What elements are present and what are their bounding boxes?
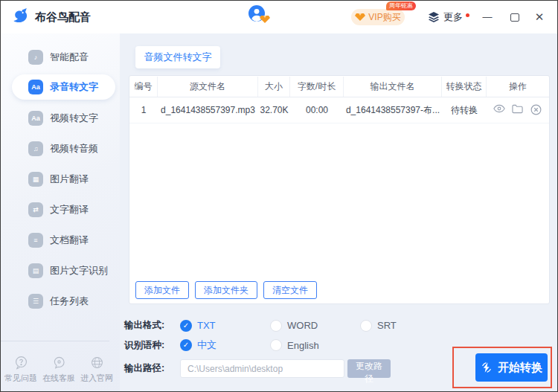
image-ocr-icon: ▤ xyxy=(28,263,43,278)
file-buttons-group: 添加文件 添加文件夹 清空文件 xyxy=(135,281,317,299)
language-label: 识别语种: xyxy=(124,339,171,352)
remove-file-icon[interactable] xyxy=(530,104,542,116)
radio-lang-chinese-label: 中文 xyxy=(197,338,217,352)
radio-lang-english-label: English xyxy=(287,340,319,351)
maximize-button[interactable] xyxy=(506,1,524,33)
globe-icon xyxy=(90,356,104,370)
task-list-icon: ☰ xyxy=(28,294,43,309)
sidebar-item-label: 图片翻译 xyxy=(50,173,89,186)
radio-format-txt[interactable]: TXT xyxy=(180,320,270,332)
minimize-button[interactable]: — xyxy=(478,1,496,33)
cell-status: 待转换 xyxy=(442,104,487,117)
output-path-input[interactable] xyxy=(180,359,344,378)
radio-lang-chinese[interactable]: 中文 xyxy=(180,338,270,352)
sidebar-item-label: 录音转文字 xyxy=(50,80,98,94)
image-translate-icon: ▦ xyxy=(28,172,43,187)
app-title: 布谷鸟配音 xyxy=(35,1,91,33)
sidebar-item-task-list[interactable]: ☰ 任务列表 xyxy=(1,286,120,316)
sidebar-item-smart-dubbing[interactable]: ♪ 智能配音 xyxy=(1,42,120,72)
question-icon xyxy=(14,356,28,370)
radio-lang-english[interactable]: English xyxy=(270,339,360,351)
radio-unchecked-icon xyxy=(270,339,282,351)
radio-checked-icon xyxy=(180,339,192,351)
maximize-icon xyxy=(510,13,519,22)
vip-purchase-button[interactable]: VIP购买 xyxy=(351,9,405,25)
add-file-button[interactable]: 添加文件 xyxy=(135,281,189,299)
sidebar-item-doc-translate[interactable]: ≡ 文档翻译 xyxy=(1,225,120,255)
sidebar-item-image-translate[interactable]: ▦ 图片翻译 xyxy=(1,164,120,194)
convert-bolt-icon xyxy=(481,362,493,373)
header-actions: 操作 xyxy=(487,77,549,97)
sidebar-item-label: 视频转文字 xyxy=(50,112,98,125)
preview-eye-icon[interactable] xyxy=(493,104,505,116)
sidebar-divider xyxy=(1,341,109,341)
layers-icon xyxy=(428,11,440,23)
close-button[interactable]: ✕ xyxy=(530,1,548,33)
app-logo-bird-icon xyxy=(11,7,31,27)
radio-unchecked-icon xyxy=(270,320,282,332)
output-format-label: 输出格式: xyxy=(124,319,171,332)
doc-translate-icon: ≡ xyxy=(28,233,43,248)
start-convert-button[interactable]: 开始转换 xyxy=(475,353,548,382)
sidebar-item-video-to-audio[interactable]: ♫ 视频转音频 xyxy=(1,133,120,164)
table-row: 1 d_1641438557397.mp3 32.70K 00:00 d_164… xyxy=(129,97,549,123)
sidebar-item-image-ocr[interactable]: ▤ 图片文字识别 xyxy=(1,255,120,286)
app-window: 布谷鸟配音 VIP购买 周年钜惠 更多 — xyxy=(0,0,558,392)
radio-unchecked-icon xyxy=(360,320,372,332)
header-size: 大小 xyxy=(258,77,290,97)
table-header-row: 编号 源文件名 大小 字数/时长 输出文件名 转换状态 操作 xyxy=(129,76,549,97)
text-translate-icon: ⇄ xyxy=(28,202,43,217)
sidebar-item-label: 视频转音频 xyxy=(50,142,98,155)
online-support-label: 在线客服 xyxy=(42,373,75,384)
sidebar-item-text-translate[interactable]: ⇄ 文字翻译 xyxy=(1,194,120,225)
faq-link[interactable]: 常见问题 xyxy=(2,356,39,384)
cell-source-file: d_1641438557397.mp3 xyxy=(158,105,258,115)
output-format-row: 输出格式: TXT WORD SRT xyxy=(124,319,450,332)
more-menu-button[interactable]: 更多 xyxy=(428,10,463,24)
cell-actions xyxy=(487,104,549,116)
cell-size: 32.70K xyxy=(258,105,290,115)
video-to-audio-icon: ♫ xyxy=(28,141,43,156)
header-index: 编号 xyxy=(129,77,158,97)
avatar-vip-badge-icon xyxy=(260,15,270,24)
sidebar: ♪ 智能配音 Aa 录音转文字 Aa 视频转文字 ♫ 视频转音频 ▦ 图片翻译 … xyxy=(1,33,120,391)
clear-files-button[interactable]: 清空文件 xyxy=(263,281,317,299)
add-folder-button[interactable]: 添加文件夹 xyxy=(195,281,257,299)
online-support-link[interactable]: 在线客服 xyxy=(40,356,77,384)
header-status: 转换状态 xyxy=(442,77,487,97)
sidebar-footer: 常见问题 在线客服 进入官网 xyxy=(2,356,115,384)
radio-format-word-label: WORD xyxy=(287,320,318,331)
official-site-label: 进入官网 xyxy=(80,373,113,384)
radio-format-srt[interactable]: SRT xyxy=(360,320,450,332)
output-path-row: 输出路径: 更改路径 xyxy=(124,359,391,378)
vip-promo-badge: 周年钜惠 xyxy=(386,1,416,10)
sidebar-menu: ♪ 智能配音 Aa 录音转文字 Aa 视频转文字 ♫ 视频转音频 ▦ 图片翻译 … xyxy=(1,33,120,316)
smart-dubbing-icon: ♪ xyxy=(28,50,43,65)
cell-output-file: d_1641438557397-布... xyxy=(344,104,442,117)
sidebar-item-audio-to-text[interactable]: Aa 录音转文字 xyxy=(12,74,115,100)
output-path-label: 输出路径: xyxy=(124,362,171,375)
radio-format-word[interactable]: WORD xyxy=(270,320,360,332)
sidebar-item-label: 任务列表 xyxy=(50,295,89,308)
top-bar: 布谷鸟配音 VIP购买 周年钜惠 更多 — xyxy=(1,1,557,33)
change-path-button[interactable]: 更改路径 xyxy=(347,359,391,378)
file-table-panel: 编号 源文件名 大小 字数/时长 输出文件名 转换状态 操作 1 d_16414… xyxy=(129,75,550,304)
sidebar-item-label: 文档翻译 xyxy=(50,234,89,247)
audio-to-text-icon: Aa xyxy=(28,80,43,94)
faq-label: 常见问题 xyxy=(4,373,37,384)
radio-format-srt-label: SRT xyxy=(377,320,397,331)
more-menu-label: 更多 xyxy=(443,10,463,24)
tab-audio-file-to-text[interactable]: 音频文件转文字 xyxy=(135,46,220,68)
cell-index: 1 xyxy=(129,105,158,115)
vip-purchase-label: VIP购买 xyxy=(368,11,400,24)
video-to-text-icon: Aa xyxy=(28,111,43,126)
annotation-highlight-box: 开始转换 xyxy=(452,347,552,388)
cell-duration: 00:00 xyxy=(290,105,344,115)
open-folder-icon[interactable] xyxy=(512,104,524,116)
start-convert-label: 开始转换 xyxy=(498,361,542,375)
notification-dot xyxy=(466,13,469,17)
language-row: 识别语种: 中文 English xyxy=(124,338,360,352)
official-site-link[interactable]: 进入官网 xyxy=(78,356,115,384)
sidebar-item-video-to-text[interactable]: Aa 视频转文字 xyxy=(1,103,120,133)
sidebar-item-label: 图片文字识别 xyxy=(50,264,108,277)
